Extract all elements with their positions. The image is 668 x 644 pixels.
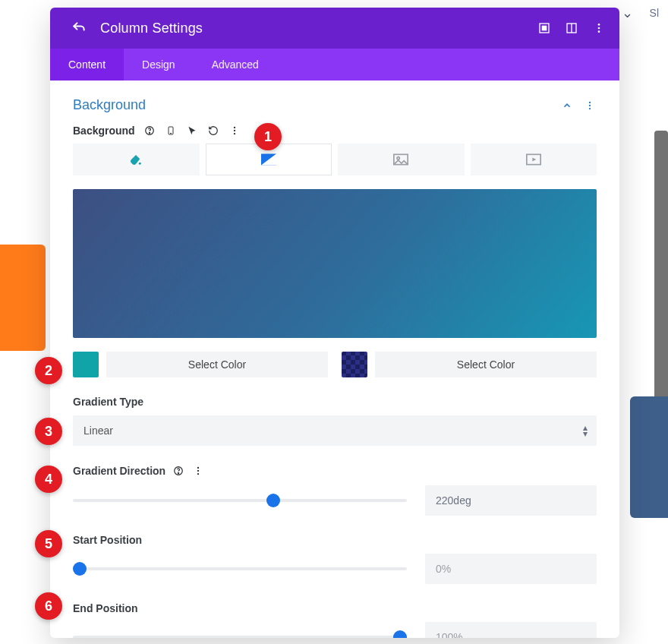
- gradient-direction-input[interactable]: 220deg: [425, 485, 597, 516]
- field-more-icon[interactable]: [191, 464, 205, 478]
- annotation-marker-6: 6: [35, 592, 62, 620]
- bg-block-blue: [630, 396, 668, 518]
- svg-point-14: [234, 127, 235, 128]
- hover-icon[interactable]: [185, 124, 199, 137]
- select-arrows-icon: ▴▾: [583, 425, 588, 437]
- color-swatch-end[interactable]: [342, 352, 367, 377]
- gradient-colors-row: Select Color Select Color: [73, 352, 597, 377]
- section-more-icon[interactable]: [583, 99, 597, 112]
- bg-tab-video[interactable]: [471, 144, 597, 175]
- help-icon[interactable]: [172, 464, 185, 478]
- tab-advanced[interactable]: Advanced: [194, 49, 277, 80]
- svg-point-5: [598, 27, 600, 30]
- svg-point-24: [197, 467, 199, 469]
- panel-header: Column Settings: [50, 8, 619, 49]
- cutoff-text: Sl: [650, 7, 659, 19]
- select-color-start-button[interactable]: Select Color: [106, 352, 328, 377]
- end-position-field: End Position 100%: [73, 602, 597, 638]
- panel-tabs: Content Design Advanced: [50, 49, 619, 80]
- extend-styles-icon[interactable]: [537, 21, 551, 35]
- settings-panel: Column Settings Content Design Advanced …: [50, 8, 619, 638]
- start-position-input[interactable]: 0%: [425, 554, 597, 584]
- panel-title: Column Settings: [100, 21, 537, 36]
- gradient-type-select[interactable]: Linear ▴▾: [73, 415, 597, 446]
- svg-point-8: [589, 104, 591, 106]
- gradient-preview: [73, 189, 597, 338]
- section-title[interactable]: Background: [73, 97, 146, 113]
- expand-icon[interactable]: [565, 21, 578, 35]
- gradient-direction-slider[interactable]: [73, 491, 407, 510]
- svg-point-17: [139, 163, 141, 165]
- gradient-type-label: Gradient Type: [73, 396, 597, 408]
- reset-icon[interactable]: [206, 124, 220, 137]
- svg-rect-1: [542, 26, 546, 30]
- gradient-type-field: Gradient Type Linear ▴▾: [73, 396, 597, 446]
- collapse-icon[interactable]: [560, 99, 574, 112]
- svg-point-15: [234, 130, 235, 131]
- help-icon[interactable]: [143, 124, 156, 137]
- annotation-marker-2: 2: [35, 357, 62, 384]
- page-topbar-fragment: ⌄ Sl: [622, 5, 659, 21]
- background-label: Background: [73, 125, 135, 137]
- gradient-type-value: Linear: [84, 425, 113, 437]
- start-position-slider[interactable]: [73, 560, 407, 578]
- start-position-label: Start Position: [73, 534, 597, 546]
- color-swatch-start[interactable]: [73, 352, 99, 377]
- responsive-icon[interactable]: [164, 124, 178, 137]
- svg-point-16: [234, 133, 235, 134]
- more-icon[interactable]: [592, 21, 606, 35]
- tab-design[interactable]: Design: [124, 49, 194, 80]
- gradient-color-start: Select Color: [73, 352, 328, 377]
- svg-point-4: [598, 24, 600, 26]
- bg-tab-image[interactable]: [338, 144, 465, 175]
- svg-point-23: [178, 472, 179, 473]
- background-type-tabs: [73, 144, 597, 175]
- svg-point-9: [589, 107, 591, 109]
- select-color-end-button[interactable]: Select Color: [375, 352, 597, 377]
- end-position-label: End Position: [73, 602, 597, 614]
- tab-content[interactable]: Content: [50, 49, 124, 80]
- svg-point-7: [589, 101, 591, 103]
- svg-point-6: [598, 30, 600, 33]
- end-position-input[interactable]: 100%: [425, 622, 597, 638]
- annotation-marker-5: 5: [35, 530, 62, 557]
- gradient-direction-label: Gradient Direction: [73, 465, 165, 477]
- svg-point-20: [397, 157, 399, 159]
- chevron-down-icon[interactable]: ⌄: [622, 5, 633, 21]
- bg-block-orange: [0, 245, 46, 351]
- svg-point-26: [197, 473, 199, 475]
- background-label-row: Background: [73, 124, 597, 137]
- annotation-marker-1: 1: [254, 123, 282, 150]
- svg-point-25: [197, 470, 199, 472]
- gradient-color-end: Select Color: [342, 352, 597, 377]
- panel-body: Background Background: [50, 80, 619, 638]
- end-position-slider[interactable]: [73, 628, 407, 638]
- annotation-marker-4: 4: [35, 466, 62, 493]
- section-header: Background: [73, 80, 597, 124]
- annotation-marker-3: 3: [35, 418, 62, 445]
- bg-tab-color[interactable]: [73, 144, 200, 175]
- svg-point-11: [149, 132, 150, 133]
- gradient-direction-field: Gradient Direction 220deg: [73, 464, 597, 516]
- field-more-icon[interactable]: [228, 124, 241, 137]
- start-position-field: Start Position 0%: [73, 534, 597, 584]
- back-icon[interactable]: [71, 21, 87, 36]
